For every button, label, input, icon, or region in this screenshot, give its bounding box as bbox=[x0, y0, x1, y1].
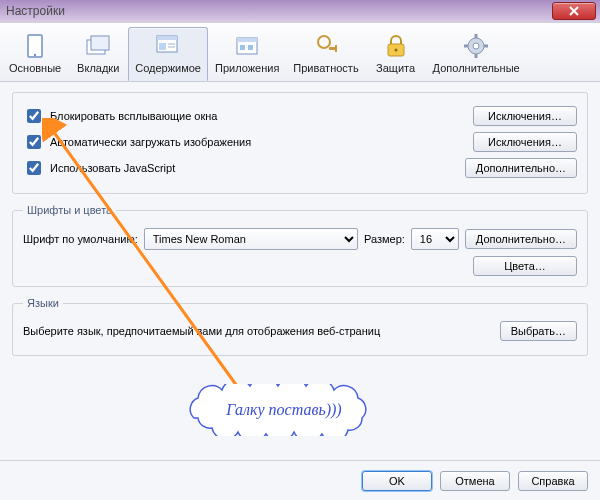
svg-point-1 bbox=[34, 54, 36, 56]
applications-icon bbox=[232, 32, 262, 60]
tab-tabs[interactable]: Вкладки bbox=[68, 27, 128, 81]
tab-applications[interactable]: Приложения bbox=[208, 27, 286, 81]
security-icon bbox=[381, 32, 411, 60]
svg-rect-6 bbox=[159, 43, 166, 50]
popups-exceptions-button[interactable]: Исключения… bbox=[473, 106, 577, 126]
content-icon bbox=[153, 32, 183, 60]
tab-general[interactable]: Основные bbox=[2, 27, 68, 81]
size-label: Размер: bbox=[364, 233, 405, 245]
svg-point-13 bbox=[318, 36, 330, 48]
tab-label: Приложения bbox=[215, 62, 279, 74]
lang-legend: Языки bbox=[23, 297, 63, 309]
close-button[interactable] bbox=[552, 2, 596, 20]
enable-js-label: Использовать JavaScript bbox=[50, 162, 175, 174]
tab-label: Дополнительные bbox=[433, 62, 520, 74]
images-exceptions-button[interactable]: Исключения… bbox=[473, 132, 577, 152]
tab-label: Основные bbox=[9, 62, 61, 74]
lang-choose-button[interactable]: Выбрать… bbox=[500, 321, 577, 341]
ok-button[interactable]: OK bbox=[362, 471, 432, 491]
svg-rect-3 bbox=[91, 36, 109, 50]
titlebar: Настройки bbox=[0, 0, 600, 22]
tab-label: Вкладки bbox=[77, 62, 119, 74]
settings-toolbar: Основные Вкладки Содержимое Приложения П… bbox=[0, 22, 600, 82]
gear-icon bbox=[461, 32, 491, 60]
tab-label: Приватность bbox=[293, 62, 358, 74]
lang-group: Языки Выберите язык, предпочитаемый вами… bbox=[12, 297, 588, 356]
cancel-button[interactable]: Отмена bbox=[440, 471, 510, 491]
tab-advanced[interactable]: Дополнительные bbox=[426, 27, 527, 81]
enable-js-row[interactable]: Использовать JavaScript bbox=[23, 158, 175, 178]
default-font-select[interactable]: Times New Roman bbox=[144, 228, 358, 250]
fonts-extra-button[interactable]: Дополнительно… bbox=[465, 229, 577, 249]
default-font-label: Шрифт по умолчанию: bbox=[23, 233, 138, 245]
window-title: Настройки bbox=[6, 4, 65, 18]
svg-rect-0 bbox=[28, 35, 42, 57]
svg-rect-15 bbox=[335, 45, 337, 52]
svg-point-17 bbox=[394, 49, 397, 52]
callout-text: Галку поставь))) bbox=[226, 401, 341, 419]
annotation-callout: Галку поставь))) bbox=[176, 384, 392, 436]
general-icon bbox=[20, 32, 50, 60]
tab-privacy[interactable]: Приватность bbox=[286, 27, 365, 81]
content-group: Блокировать всплывающие окна Исключения…… bbox=[12, 92, 588, 194]
js-extra-button[interactable]: Дополнительно… bbox=[465, 158, 577, 178]
tab-label: Содержимое bbox=[135, 62, 201, 74]
svg-rect-11 bbox=[240, 45, 245, 50]
tabs-icon bbox=[83, 32, 113, 60]
tab-content[interactable]: Содержимое bbox=[128, 27, 208, 81]
load-images-checkbox[interactable] bbox=[27, 135, 41, 149]
block-popups-checkbox[interactable] bbox=[27, 109, 41, 123]
fonts-group: Шрифты и цвета Шрифт по умолчанию: Times… bbox=[12, 204, 588, 287]
svg-rect-12 bbox=[248, 45, 253, 50]
enable-js-checkbox[interactable] bbox=[27, 161, 41, 175]
block-popups-label: Блокировать всплывающие окна bbox=[50, 110, 217, 122]
font-size-select[interactable]: 16 bbox=[411, 228, 459, 250]
load-images-label: Автоматически загружать изображения bbox=[50, 136, 251, 148]
fonts-legend: Шрифты и цвета bbox=[23, 204, 116, 216]
block-popups-row[interactable]: Блокировать всплывающие окна bbox=[23, 106, 217, 126]
lang-text: Выберите язык, предпочитаемый вами для о… bbox=[23, 325, 380, 337]
colors-button[interactable]: Цвета… bbox=[473, 256, 577, 276]
help-button[interactable]: Справка bbox=[518, 471, 588, 491]
dialog-buttons: OK Отмена Справка bbox=[0, 460, 600, 500]
svg-point-19 bbox=[473, 43, 479, 49]
tab-label: Защита bbox=[376, 62, 415, 74]
tab-security[interactable]: Защита bbox=[366, 27, 426, 81]
svg-rect-10 bbox=[237, 38, 257, 42]
privacy-icon bbox=[311, 32, 341, 60]
svg-rect-5 bbox=[157, 36, 177, 40]
load-images-row[interactable]: Автоматически загружать изображения bbox=[23, 132, 251, 152]
